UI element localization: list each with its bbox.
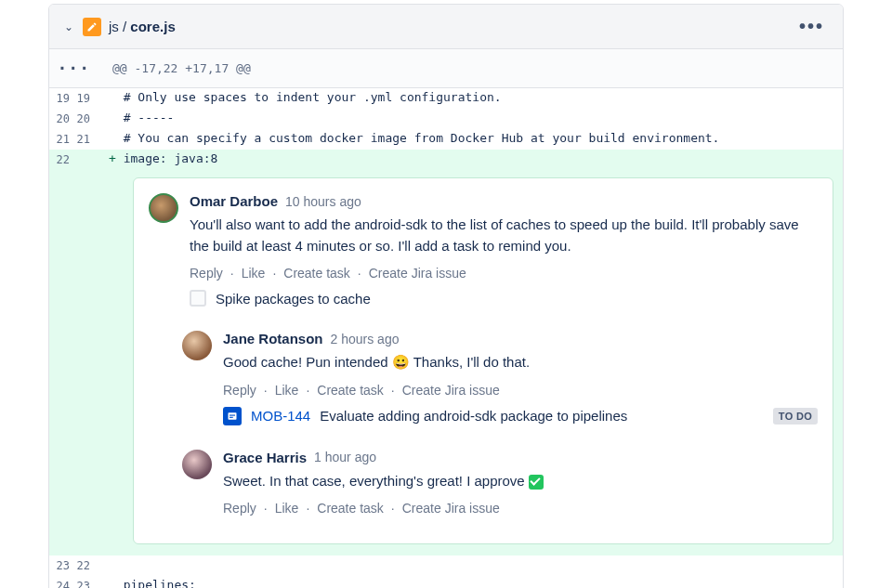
svg-rect-1 [230,414,235,415]
create-task-action[interactable]: Create task [317,383,384,398]
comment-region: Omar Darboe 10 hours ago You'll also wan… [49,170,843,555]
svg-rect-2 [230,416,233,417]
svg-rect-0 [229,412,237,420]
grinning-emoji-icon: 😀 [392,352,410,373]
chevron-down-icon[interactable]: ⌄ [64,20,79,33]
comment-time: 10 hours ago [285,194,361,209]
reply-action[interactable]: Reply [223,501,256,516]
comment-thread: Omar Darboe 10 hours ago You'll also wan… [133,177,833,544]
checkmark-emoji-icon [529,475,544,490]
file-header: ⌄ js / core.js ••• [49,5,843,49]
task-label[interactable]: Spike packages to cache [216,291,371,307]
comment-actions: Reply Like Create task Create Jira issue [223,383,818,398]
comment-time: 2 hours ago [331,332,400,346]
code-line[interactable]: 2423 pipelines: [49,576,843,588]
comment-author[interactable]: Jane Rotanson [223,331,323,346]
like-action[interactable]: Like [275,501,299,516]
comment-actions: Reply Like Create task Create Jira issue [223,501,818,516]
comment-author[interactable]: Grace Harris [223,450,307,465]
linked-issue-row: MOB-144 Evaluate adding android-sdk pack… [223,407,818,425]
code-line[interactable]: 2020 # ----- [49,109,843,129]
hunk-range: @@ -17,22 +17,17 @@ [98,52,266,85]
code-line[interactable]: 2322 [49,555,843,576]
hunk-header: ··· @@ -17,22 +17,17 @@ [49,49,843,88]
comment-actions: Reply Like Create task Create Jira issue [190,266,818,281]
issue-key[interactable]: MOB-144 [251,408,310,424]
issue-summary[interactable]: Evaluate adding android-sdk package to p… [320,408,764,424]
reply-action[interactable]: Reply [223,383,256,398]
create-jira-action[interactable]: Create Jira issue [402,383,500,398]
jira-issue-icon[interactable] [223,407,242,425]
code-line[interactable]: 1919 # Only use spaces to indent your .y… [49,88,843,109]
code-lines-before: 1919 # Only use spaces to indent your .y… [49,88,843,170]
code-line[interactable]: 2121 # You can specify a custom docker i… [49,129,843,150]
create-jira-action[interactable]: Create Jira issue [402,501,500,516]
comment: Omar Darboe 10 hours ago You'll also wan… [149,193,818,320]
file-type-icon [83,18,101,36]
code-line[interactable]: 22image: java:8 [49,150,843,170]
comment: Jane Rotanson 2 hours ago Good cache! Pu… [182,331,818,438]
comment-time: 1 hour ago [314,450,376,464]
create-jira-action[interactable]: Create Jira issue [369,266,466,281]
reply-action[interactable]: Reply [190,266,223,281]
like-action[interactable]: Like [275,383,299,398]
diff-card: ⌄ js / core.js ••• ··· @@ -17,22 +17,17 … [48,4,844,588]
avatar[interactable] [182,331,212,360]
comment-text: You'll also want to add the android-sdk … [190,215,818,256]
like-action[interactable]: Like [242,266,266,281]
comment: Grace Harris 1 hour ago Sweet. In that c… [182,450,818,526]
code-lines-after: 23222423 pipelines:2524 default: [49,555,843,588]
status-badge[interactable]: TO DO [773,408,818,425]
file-path[interactable]: js / core.js [109,19,795,34]
file-name: core.js [130,19,175,34]
avatar[interactable] [149,193,178,223]
comment-text: Sweet. In that case, everything's great!… [223,471,818,492]
file-more-icon[interactable]: ••• [795,16,828,37]
create-task-action[interactable]: Create task [283,266,350,281]
avatar[interactable] [182,450,212,479]
create-task-action[interactable]: Create task [317,501,384,516]
task-row: Spike packages to cache [190,290,818,307]
comment-text: Good cache! Pun intended 😀 Thanks, I'll … [223,352,818,373]
file-folder: js [109,19,119,34]
task-checkbox[interactable] [190,290,206,307]
comment-author[interactable]: Omar Darboe [190,193,278,209]
gutter-more-icon[interactable]: ··· [57,59,90,78]
